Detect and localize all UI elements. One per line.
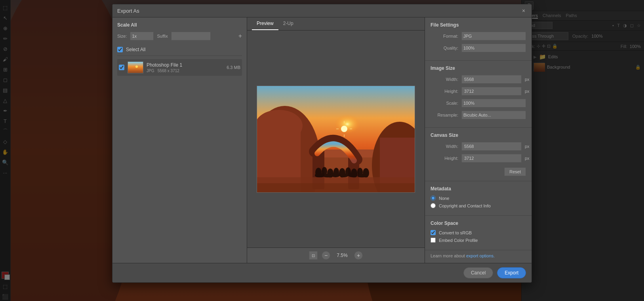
reset-button[interactable]: Reset xyxy=(504,167,526,176)
embed-profile-row: Embed Color Profile xyxy=(431,238,526,243)
export-button[interactable]: Export xyxy=(497,267,526,278)
metadata-title: Metadata xyxy=(431,186,526,192)
canvas-size-title: Canvas Size xyxy=(431,132,526,138)
format-select[interactable]: JPG xyxy=(461,32,526,40)
resample-select[interactable]: Bicubic Auto... xyxy=(461,111,526,119)
convert-srgb-checkbox[interactable] xyxy=(431,230,436,235)
img-width-label: Width: xyxy=(431,77,458,82)
svg-point-8 xyxy=(341,126,347,132)
img-height-px: px xyxy=(525,89,531,94)
color-space-section: Color Space Convert to sRGB Embed Color … xyxy=(425,216,532,250)
dialog-preview-panel: Preview 2-Up xyxy=(247,17,425,263)
file-meta: JPG 5568 x 3712 xyxy=(147,69,223,73)
export-options-link[interactable]: export options. xyxy=(466,253,495,258)
scale-row: Scale: 100% xyxy=(431,99,526,107)
dialog-title: Export As xyxy=(117,8,139,14)
metadata-none-row: None xyxy=(431,196,526,201)
export-dialog: Export As × Scale All Size: 1x Suffix + xyxy=(112,4,532,283)
svg-point-32 xyxy=(323,174,332,178)
scale-all-title: Scale All xyxy=(117,22,242,28)
file-settings-title: File Settings xyxy=(431,22,526,28)
file-thumbnail xyxy=(128,61,143,73)
img-height-label: Height: xyxy=(431,89,458,94)
canvas-height-row: Height: px xyxy=(431,154,526,163)
canvas-height-px: px xyxy=(525,156,531,161)
file-dimensions: 5568 x 3712 xyxy=(158,69,179,73)
size-label: Size: xyxy=(117,34,127,38)
canvas-height-input[interactable] xyxy=(461,154,522,163)
modal-overlay: Export As × Scale All Size: 1x Suffix + xyxy=(0,0,644,301)
quality-label: Quality: xyxy=(431,46,458,50)
dialog-titlebar: Export As × xyxy=(112,4,532,17)
embed-profile-label: Embed Color Profile xyxy=(439,238,478,243)
svg-point-33 xyxy=(331,173,340,177)
preview-image xyxy=(257,86,415,193)
canvas-width-input[interactable] xyxy=(461,142,522,151)
metadata-none-radio[interactable] xyxy=(431,196,436,201)
preview-zoom-bar: ⊡ − 7.5% + xyxy=(247,247,425,263)
svg-point-17 xyxy=(257,110,303,142)
suffix-input[interactable] xyxy=(171,32,211,40)
file-size: 6.3 MB xyxy=(227,65,240,70)
metadata-copyright-radio[interactable] xyxy=(431,203,436,208)
svg-point-31 xyxy=(315,173,324,178)
format-row: Format: JPG xyxy=(431,32,526,40)
color-space-title: Color Space xyxy=(431,220,526,226)
file-checkbox[interactable] xyxy=(119,65,124,70)
learn-more-section: Learn more about export options. xyxy=(425,253,532,263)
tab-2up[interactable]: 2-Up xyxy=(278,17,298,30)
scale-select[interactable]: 100% xyxy=(461,99,526,107)
canvas-height-label: Height: xyxy=(431,156,458,161)
zoom-out-button[interactable]: − xyxy=(322,251,330,260)
metadata-none-label: None xyxy=(439,196,449,201)
file-list-item[interactable]: Photoshop File 1 JPG 5568 x 3712 6.3 MB xyxy=(117,59,242,76)
quality-row: Quality: 100% xyxy=(431,44,526,52)
preview-area xyxy=(247,31,425,247)
file-thumb-image xyxy=(128,62,143,73)
size-select[interactable]: 1x xyxy=(130,32,154,40)
tab-preview[interactable]: Preview xyxy=(252,17,278,30)
embed-profile-checkbox[interactable] xyxy=(431,238,436,243)
file-settings-section: File Settings Format: JPG Quality: 100% xyxy=(425,17,532,61)
img-width-input[interactable] xyxy=(461,75,522,84)
svg-rect-4 xyxy=(128,62,143,73)
cancel-button[interactable]: Cancel xyxy=(463,267,493,278)
resample-label: Resample: xyxy=(431,113,458,117)
preview-tabs: Preview 2-Up xyxy=(247,17,425,31)
zoom-in-button[interactable]: + xyxy=(354,251,363,260)
format-label: Format: xyxy=(431,34,458,38)
image-size-section: Image Size Width: px Height: px Scale: xyxy=(425,61,532,128)
convert-srgb-label: Convert to sRGB xyxy=(439,230,472,235)
img-height-row: Height: px xyxy=(431,87,526,96)
canvas-size-section: Canvas Size Width: px Height: px Reset xyxy=(425,128,532,181)
select-all-row: Select All xyxy=(117,44,242,56)
quality-select[interactable]: 100% xyxy=(461,44,526,52)
canvas-width-px: px xyxy=(525,144,531,149)
file-info: Photoshop File 1 JPG 5568 x 3712 xyxy=(147,62,223,73)
dialog-settings-panel: File Settings Format: JPG Quality: 100% xyxy=(425,17,532,263)
select-all-label: Select All xyxy=(126,47,145,52)
metadata-copyright-label: Copyright and Contact Info xyxy=(439,203,491,208)
resample-row: Resample: Bicubic Auto... xyxy=(431,111,526,119)
suffix-label: Suffix xyxy=(157,34,168,38)
img-width-px: px xyxy=(525,77,531,82)
learn-more-text: Learn more about xyxy=(431,253,466,258)
scale-label: Scale: xyxy=(431,101,458,105)
img-height-input[interactable] xyxy=(461,87,522,96)
canvas-width-label: Width: xyxy=(431,144,458,149)
metadata-section: Metadata None Copyright and Contact Info xyxy=(425,181,532,216)
canvas-width-row: Width: px xyxy=(431,142,526,151)
add-size-button[interactable]: + xyxy=(238,33,242,40)
dialog-close-button[interactable]: × xyxy=(520,8,527,14)
convert-srgb-row: Convert to sRGB xyxy=(431,230,526,235)
size-suffix-row: Size: 1x Suffix + xyxy=(117,32,242,40)
dialog-footer: Cancel Export xyxy=(112,263,532,282)
zoom-level-display: 7.5% xyxy=(334,253,350,258)
dialog-body: Scale All Size: 1x Suffix + Select All xyxy=(112,17,532,263)
select-all-checkbox[interactable] xyxy=(117,47,123,52)
svg-point-35 xyxy=(348,173,358,177)
metadata-copyright-row: Copyright and Contact Info xyxy=(431,203,526,208)
dialog-left-panel: Scale All Size: 1x Suffix + Select All xyxy=(112,17,247,263)
svg-point-34 xyxy=(340,173,349,177)
fit-to-window-button[interactable]: ⊡ xyxy=(309,251,318,260)
